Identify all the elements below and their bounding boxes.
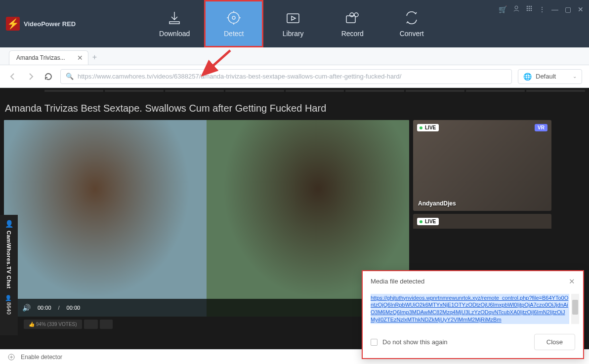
live-badge: LIVE: [417, 124, 439, 131]
svg-point-6: [515, 6, 518, 9]
back-button[interactable]: [7, 71, 19, 82]
nav-label: Detect: [224, 30, 244, 38]
time-separator: /: [58, 305, 60, 311]
apps-icon[interactable]: [526, 5, 533, 13]
popup-close-icon[interactable]: ✕: [569, 277, 575, 286]
video-player[interactable]: ▶ 🔊 00:00 / 00:00: [4, 120, 409, 317]
nav-library[interactable]: Library: [263, 0, 323, 47]
chat-icon: 👤: [5, 220, 13, 228]
votes-chip[interactable]: 👍 94% (339 VOTES): [24, 320, 82, 329]
action-chip[interactable]: [100, 320, 113, 329]
main-nav: Download Detect Library Record Convert: [145, 0, 441, 47]
record-icon: [344, 10, 360, 26]
related-card[interactable]: LIVE: [413, 214, 551, 229]
window-controls: 🛒 ⋮ — ▢ ✕: [499, 5, 584, 13]
cart-icon[interactable]: 🛒: [499, 5, 507, 13]
svg-point-12: [531, 8, 532, 9]
svg-point-14: [529, 10, 530, 11]
site-nav-strip: [0, 88, 589, 94]
svg-rect-2: [287, 14, 299, 23]
language-label: Default: [536, 73, 569, 80]
nav-convert[interactable]: Convert: [382, 0, 441, 47]
chat-label: CamWhores.TV Chat: [6, 231, 12, 288]
nav-download[interactable]: Download: [145, 0, 204, 47]
close-button[interactable]: ✕: [577, 6, 584, 13]
svg-point-9: [531, 6, 532, 7]
chat-sidebar[interactable]: 👤 CamWhores.TV Chat 👤 8640: [0, 215, 18, 335]
nav-label: Record: [341, 30, 364, 38]
url-bar[interactable]: 🔍 https://www.camwhores.tv/videos/638825…: [60, 69, 512, 84]
detector-icon[interactable]: [7, 353, 16, 362]
detector-label[interactable]: Enable detector: [21, 354, 62, 361]
reload-button[interactable]: [42, 71, 54, 82]
popup-scrollbar[interactable]: [571, 294, 579, 324]
related-card[interactable]: LIVE VR AndyandDjes: [413, 120, 551, 211]
time-current: 00:00: [38, 305, 51, 311]
action-chip[interactable]: [84, 320, 98, 329]
search-icon: 🔍: [66, 73, 74, 80]
card-name: AndyandDjes: [418, 200, 456, 207]
player-controls: ▶ 🔊 00:00 / 00:00: [4, 299, 409, 317]
volume-icon[interactable]: 🔊: [22, 304, 31, 312]
browser-tab[interactable]: Amanda Trivizas... ✕: [9, 50, 88, 65]
chevron-down-icon: ⌄: [573, 74, 577, 79]
globe-icon: 🌐: [523, 73, 532, 81]
tab-strip: Amanda Trivizas... ✕ +: [0, 47, 589, 65]
nav-label: Library: [283, 30, 304, 38]
new-tab-button[interactable]: +: [92, 53, 97, 65]
checkbox-label: Do not show this again: [382, 338, 448, 346]
svg-point-1: [232, 16, 235, 19]
nav-label: Convert: [400, 30, 424, 38]
url-text: https://www.camwhores.tv/videos/6388257/…: [78, 73, 506, 80]
minimize-button[interactable]: —: [551, 6, 558, 13]
dont-show-checkbox[interactable]: Do not show this again: [371, 338, 448, 346]
svg-point-13: [527, 10, 528, 11]
maximize-button[interactable]: ▢: [564, 6, 571, 13]
nav-detect[interactable]: Detect: [204, 0, 263, 47]
tab-close-icon[interactable]: ✕: [77, 54, 83, 62]
menu-icon[interactable]: ⋮: [539, 5, 546, 13]
popup-close-button[interactable]: Close: [534, 334, 575, 350]
popup-title: Media file detected: [371, 278, 424, 285]
language-selector[interactable]: 🌐 Default ⌄: [518, 69, 582, 84]
media-detected-popup: Media file detected ✕ https://ghjtuthynv…: [362, 270, 584, 359]
detect-icon: [226, 10, 242, 26]
svg-point-7: [527, 6, 528, 7]
svg-point-4: [354, 13, 358, 17]
tab-title: Amanda Trivizas...: [16, 54, 65, 61]
app-logo: ⚡ VideoPower RED: [6, 17, 76, 31]
page-title: Amanda Trivizas Best Sextape. Swallows C…: [0, 94, 589, 120]
app-name: VideoPower RED: [24, 20, 76, 28]
nav-record[interactable]: Record: [323, 0, 382, 47]
browser-toolbar: 🔍 https://www.camwhores.tv/videos/638825…: [0, 65, 589, 88]
convert-icon: [404, 10, 420, 26]
live-badge: LIVE: [417, 218, 439, 225]
svg-point-11: [529, 8, 530, 9]
time-duration: 00:00: [67, 305, 81, 311]
titlebar: ⚡ VideoPower RED Download Detect Library…: [0, 0, 589, 47]
svg-point-10: [527, 8, 528, 9]
library-icon: [285, 10, 301, 26]
svg-point-15: [531, 10, 532, 11]
svg-point-8: [529, 6, 530, 7]
download-icon: [167, 10, 182, 26]
svg-point-0: [228, 12, 239, 23]
user-icon[interactable]: [513, 5, 520, 13]
video-actions: 👍 94% (339 VOTES): [4, 317, 409, 332]
chat-count: 👤 8640: [6, 294, 12, 315]
checkbox-icon: [371, 339, 378, 346]
detected-url[interactable]: https://ghjtuthynvideos.wpnrtnmrewunrtok…: [371, 294, 569, 324]
forward-button[interactable]: [25, 71, 37, 82]
svg-point-5: [350, 13, 354, 17]
nav-label: Download: [159, 30, 190, 38]
vr-badge: VR: [535, 124, 547, 131]
logo-icon: ⚡: [6, 17, 20, 31]
